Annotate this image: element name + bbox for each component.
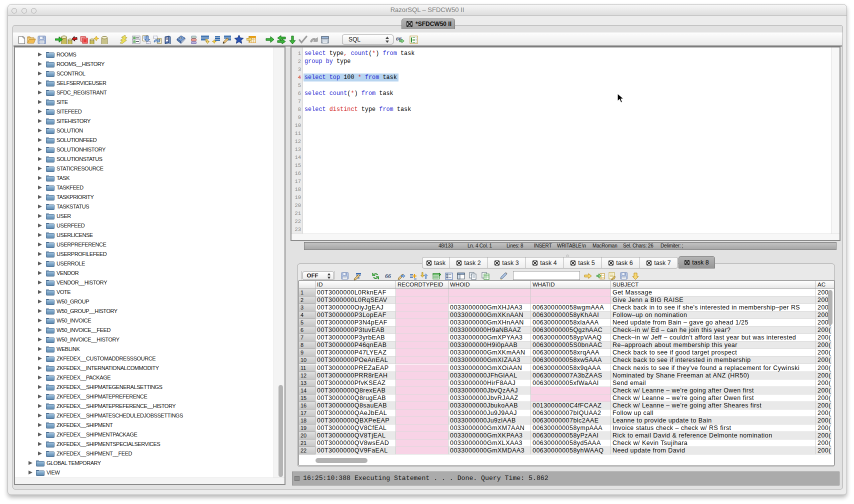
svg-text:66: 66: [385, 272, 391, 280]
